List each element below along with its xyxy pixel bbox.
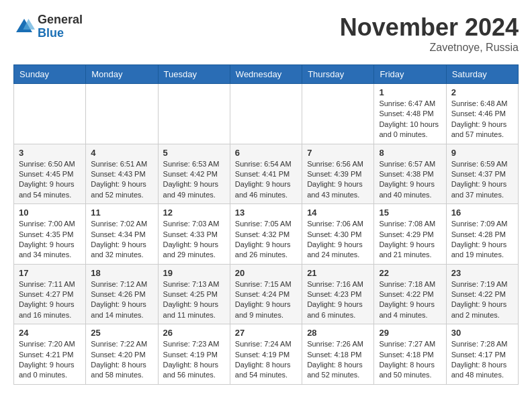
calendar-cell: 8Sunrise: 6:57 AM Sunset: 4:38 PM Daylig…: [374, 144, 446, 204]
calendar-cell: 1Sunrise: 6:47 AM Sunset: 4:48 PM Daylig…: [374, 84, 446, 144]
day-number: 16: [451, 208, 513, 218]
day-number: 23: [451, 268, 513, 278]
day-number: 24: [19, 328, 81, 338]
week-row-3: 17Sunrise: 7:11 AM Sunset: 4:27 PM Dayli…: [14, 264, 519, 324]
month-title: November 2024: [340, 13, 519, 42]
day-number: 3: [19, 148, 81, 158]
calendar-cell: [86, 84, 158, 144]
calendar-cell: 18Sunrise: 7:12 AM Sunset: 4:26 PM Dayli…: [86, 264, 158, 324]
header-wednesday: Wednesday: [230, 65, 302, 84]
day-info: Sunrise: 6:57 AM Sunset: 4:38 PM Dayligh…: [379, 159, 441, 201]
day-number: 6: [235, 148, 297, 158]
calendar-cell: 9Sunrise: 6:59 AM Sunset: 4:37 PM Daylig…: [446, 144, 518, 204]
logo-text: General Blue: [38, 13, 83, 40]
calendar-cell: 15Sunrise: 7:08 AM Sunset: 4:29 PM Dayli…: [374, 204, 446, 265]
day-info: Sunrise: 7:23 AM Sunset: 4:19 PM Dayligh…: [163, 339, 225, 381]
day-number: 13: [235, 208, 297, 218]
day-number: 1: [379, 87, 441, 97]
calendar-header-row: SundayMondayTuesdayWednesdayThursdayFrid…: [14, 65, 519, 84]
day-number: 2: [451, 87, 513, 97]
location-title: Zavetnoye, Russia: [340, 42, 519, 54]
calendar-cell: 20Sunrise: 7:15 AM Sunset: 4:24 PM Dayli…: [230, 264, 302, 324]
header: General Blue November 2024 Zavetnoye, Ru…: [13, 13, 519, 54]
day-info: Sunrise: 6:51 AM Sunset: 4:43 PM Dayligh…: [91, 159, 152, 201]
day-info: Sunrise: 7:22 AM Sunset: 4:20 PM Dayligh…: [91, 339, 152, 381]
calendar-cell: [302, 84, 374, 144]
day-number: 7: [307, 148, 369, 158]
logo-general-text: General: [38, 13, 83, 27]
day-number: 26: [163, 328, 225, 338]
day-number: 27: [235, 328, 297, 338]
title-section: November 2024 Zavetnoye, Russia: [340, 13, 519, 54]
day-info: Sunrise: 6:48 AM Sunset: 4:46 PM Dayligh…: [451, 99, 513, 140]
day-number: 29: [379, 328, 441, 338]
calendar-cell: 27Sunrise: 7:24 AM Sunset: 4:19 PM Dayli…: [230, 324, 302, 385]
calendar-cell: 12Sunrise: 7:03 AM Sunset: 4:33 PM Dayli…: [158, 204, 230, 265]
day-info: Sunrise: 7:12 AM Sunset: 4:26 PM Dayligh…: [91, 279, 152, 321]
day-number: 21: [307, 268, 369, 278]
day-number: 12: [163, 208, 225, 218]
calendar-cell: 28Sunrise: 7:26 AM Sunset: 4:18 PM Dayli…: [302, 324, 374, 385]
day-info: Sunrise: 7:28 AM Sunset: 4:17 PM Dayligh…: [451, 339, 513, 381]
calendar-cell: 24Sunrise: 7:20 AM Sunset: 4:21 PM Dayli…: [14, 324, 86, 385]
day-info: Sunrise: 7:05 AM Sunset: 4:32 PM Dayligh…: [235, 219, 297, 261]
day-info: Sunrise: 7:26 AM Sunset: 4:18 PM Dayligh…: [307, 339, 369, 381]
day-number: 20: [235, 268, 297, 278]
day-number: 25: [91, 328, 152, 338]
calendar-cell: 22Sunrise: 7:18 AM Sunset: 4:22 PM Dayli…: [374, 264, 446, 324]
day-info: Sunrise: 7:13 AM Sunset: 4:25 PM Dayligh…: [163, 279, 225, 321]
calendar-cell: 13Sunrise: 7:05 AM Sunset: 4:32 PM Dayli…: [230, 204, 302, 265]
day-number: 10: [19, 208, 81, 218]
logo-icon: [13, 16, 35, 38]
day-info: Sunrise: 7:24 AM Sunset: 4:19 PM Dayligh…: [235, 339, 297, 381]
day-info: Sunrise: 7:06 AM Sunset: 4:30 PM Dayligh…: [307, 219, 369, 261]
calendar-cell: [230, 84, 302, 144]
day-info: Sunrise: 6:47 AM Sunset: 4:48 PM Dayligh…: [379, 99, 441, 140]
calendar-cell: 5Sunrise: 6:53 AM Sunset: 4:42 PM Daylig…: [158, 144, 230, 204]
day-info: Sunrise: 7:09 AM Sunset: 4:28 PM Dayligh…: [451, 219, 513, 261]
day-number: 14: [307, 208, 369, 218]
day-info: Sunrise: 7:00 AM Sunset: 4:35 PM Dayligh…: [19, 219, 81, 261]
day-number: 4: [91, 148, 152, 158]
calendar-table: SundayMondayTuesdayWednesdayThursdayFrid…: [13, 64, 519, 385]
day-info: Sunrise: 7:18 AM Sunset: 4:22 PM Dayligh…: [379, 279, 441, 321]
calendar-cell: 17Sunrise: 7:11 AM Sunset: 4:27 PM Dayli…: [14, 264, 86, 324]
day-number: 11: [91, 208, 152, 218]
calendar-cell: 3Sunrise: 6:50 AM Sunset: 4:45 PM Daylig…: [14, 144, 86, 204]
day-info: Sunrise: 7:11 AM Sunset: 4:27 PM Dayligh…: [19, 279, 81, 321]
header-sunday: Sunday: [14, 65, 86, 84]
calendar-cell: 14Sunrise: 7:06 AM Sunset: 4:30 PM Dayli…: [302, 204, 374, 265]
logo-blue-text: Blue: [38, 27, 83, 40]
header-tuesday: Tuesday: [158, 65, 230, 84]
calendar-cell: 11Sunrise: 7:02 AM Sunset: 4:34 PM Dayli…: [86, 204, 158, 265]
day-number: 5: [163, 148, 225, 158]
day-info: Sunrise: 7:27 AM Sunset: 4:18 PM Dayligh…: [379, 339, 441, 381]
calendar-cell: 21Sunrise: 7:16 AM Sunset: 4:23 PM Dayli…: [302, 264, 374, 324]
calendar-cell: 2Sunrise: 6:48 AM Sunset: 4:46 PM Daylig…: [446, 84, 518, 144]
calendar-cell: 4Sunrise: 6:51 AM Sunset: 4:43 PM Daylig…: [86, 144, 158, 204]
week-row-1: 3Sunrise: 6:50 AM Sunset: 4:45 PM Daylig…: [14, 144, 519, 204]
calendar-cell: 30Sunrise: 7:28 AM Sunset: 4:17 PM Dayli…: [446, 324, 518, 385]
logo: General Blue: [13, 13, 83, 40]
header-saturday: Saturday: [446, 65, 518, 84]
week-row-4: 24Sunrise: 7:20 AM Sunset: 4:21 PM Dayli…: [14, 324, 519, 385]
header-monday: Monday: [86, 65, 158, 84]
calendar-cell: 6Sunrise: 6:54 AM Sunset: 4:41 PM Daylig…: [230, 144, 302, 204]
calendar-cell: 25Sunrise: 7:22 AM Sunset: 4:20 PM Dayli…: [86, 324, 158, 385]
header-thursday: Thursday: [302, 65, 374, 84]
day-number: 15: [379, 208, 441, 218]
day-info: Sunrise: 7:03 AM Sunset: 4:33 PM Dayligh…: [163, 219, 225, 261]
calendar-cell: [14, 84, 86, 144]
day-number: 8: [379, 148, 441, 158]
header-friday: Friday: [374, 65, 446, 84]
day-info: Sunrise: 6:50 AM Sunset: 4:45 PM Dayligh…: [19, 159, 81, 201]
day-info: Sunrise: 6:53 AM Sunset: 4:42 PM Dayligh…: [163, 159, 225, 201]
day-number: 9: [451, 148, 513, 158]
calendar-cell: [158, 84, 230, 144]
day-number: 17: [19, 268, 81, 278]
day-number: 18: [91, 268, 152, 278]
week-row-2: 10Sunrise: 7:00 AM Sunset: 4:35 PM Dayli…: [14, 204, 519, 265]
day-info: Sunrise: 7:08 AM Sunset: 4:29 PM Dayligh…: [379, 219, 441, 261]
day-info: Sunrise: 7:20 AM Sunset: 4:21 PM Dayligh…: [19, 339, 81, 381]
calendar-cell: 10Sunrise: 7:00 AM Sunset: 4:35 PM Dayli…: [14, 204, 86, 265]
